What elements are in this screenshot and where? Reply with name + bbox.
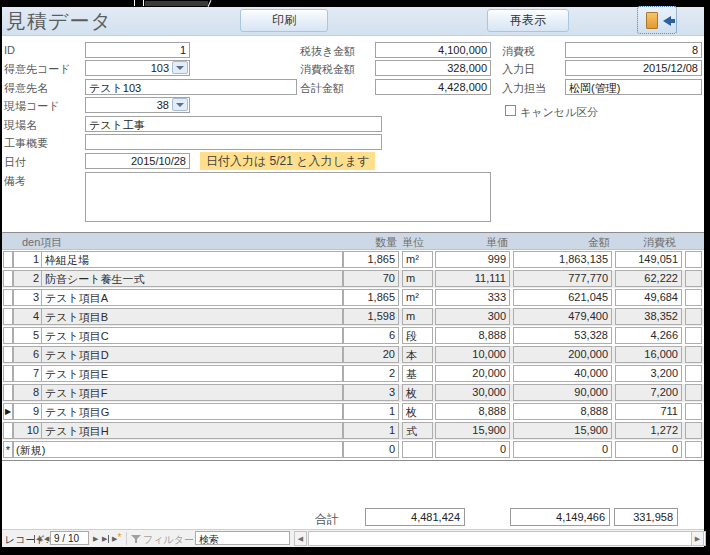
cell-unit[interactable] xyxy=(402,441,433,458)
date-field[interactable]: 2015/10/28 xyxy=(85,153,190,169)
cell-amount[interactable]: 200,000 xyxy=(513,346,612,363)
cell-amount[interactable]: 15,900 xyxy=(513,422,612,439)
cell-item[interactable]: 9テスト項目G xyxy=(13,403,343,420)
cell-qty[interactable]: 1 xyxy=(343,422,399,439)
work-summary-field[interactable] xyxy=(85,134,382,150)
cell-amount[interactable]: 621,045 xyxy=(513,289,612,306)
cell-item[interactable]: 1枠組足場 xyxy=(13,251,343,268)
cell-unit[interactable]: m² xyxy=(402,289,433,306)
cell-amount[interactable]: 0 xyxy=(513,441,612,458)
cell-item[interactable]: 6テスト項目D xyxy=(13,346,343,363)
cell-price[interactable]: 20,000 xyxy=(435,365,510,382)
horizontal-scrollbar-track[interactable] xyxy=(308,531,706,546)
row-selector[interactable] xyxy=(3,308,13,325)
cell-qty[interactable]: 3 xyxy=(343,384,399,401)
previous-record-button[interactable]: ◀ xyxy=(44,533,49,545)
cell-unit[interactable]: 基 xyxy=(402,365,433,382)
print-button[interactable]: 印刷 xyxy=(240,9,328,32)
cell-amount[interactable]: 90,000 xyxy=(513,384,612,401)
cell-qty[interactable]: 1,865 xyxy=(343,251,399,268)
cell-unit[interactable]: 式 xyxy=(402,422,433,439)
next-record-button[interactable]: ▶ xyxy=(93,533,98,545)
cell-item[interactable]: 4テスト項目B xyxy=(13,308,343,325)
row-selector[interactable]: * xyxy=(3,441,13,458)
cell-item[interactable]: 3テスト項目A xyxy=(13,289,343,306)
scroll-left-button[interactable]: ◀ xyxy=(294,531,307,546)
cell-tax[interactable]: 711 xyxy=(615,403,682,420)
cell-price[interactable]: 8,888 xyxy=(435,403,510,420)
tax-amount-field[interactable]: 328,000 xyxy=(375,60,491,76)
cell-unit[interactable]: 枚 xyxy=(402,403,433,420)
cell-item[interactable]: 8テスト項目F xyxy=(13,384,343,401)
id-field[interactable]: 1 xyxy=(85,42,190,58)
new-record-button[interactable]: ▶* xyxy=(112,533,121,545)
cell-qty[interactable]: 1,865 xyxy=(343,289,399,306)
cell-price[interactable]: 300 xyxy=(435,308,510,325)
refresh-button[interactable]: 再表示 xyxy=(487,9,569,32)
cell-unit[interactable]: m xyxy=(402,270,433,287)
last-record-button[interactable]: ▶ xyxy=(102,533,109,545)
cell-price[interactable]: 11,111 xyxy=(435,270,510,287)
cell-amount[interactable]: 53,328 xyxy=(513,327,612,344)
cell-price[interactable]: 10,000 xyxy=(435,346,510,363)
cell-qty[interactable]: 1,598 xyxy=(343,308,399,325)
cell-qty[interactable]: 6 xyxy=(343,327,399,344)
cell-item[interactable]: 10テスト項目H xyxy=(13,422,343,439)
cell-tax[interactable]: 0 xyxy=(615,441,682,458)
cell-amount[interactable]: 479,400 xyxy=(513,308,612,325)
row-selector[interactable] xyxy=(3,346,13,363)
site-name-field[interactable]: テスト工事 xyxy=(85,116,382,132)
tax-excluded-field[interactable]: 4,100,000 xyxy=(375,42,491,58)
cell-tax[interactable]: 62,222 xyxy=(615,270,682,287)
cancel-flag-checkbox[interactable] xyxy=(505,105,516,116)
customer-name-field[interactable]: テスト103 xyxy=(85,79,297,95)
cell-tax[interactable]: 38,352 xyxy=(615,308,682,325)
row-selector[interactable] xyxy=(3,251,13,268)
cell-item[interactable]: 5テスト項目C xyxy=(13,327,343,344)
cell-price[interactable]: 8,888 xyxy=(435,327,510,344)
cell-amount[interactable]: 40,000 xyxy=(513,365,612,382)
cell-price[interactable]: 30,000 xyxy=(435,384,510,401)
cell-unit[interactable]: 段 xyxy=(402,327,433,344)
total-amount-field[interactable]: 4,428,000 xyxy=(375,79,491,95)
first-record-button[interactable]: ◀ xyxy=(34,533,41,545)
cell-tax[interactable]: 149,051 xyxy=(615,251,682,268)
cell-qty[interactable]: 2 xyxy=(343,365,399,382)
cell-tax[interactable]: 16,000 xyxy=(615,346,682,363)
row-selector[interactable] xyxy=(3,384,13,401)
cell-unit[interactable]: m² xyxy=(402,251,433,268)
record-position-box[interactable]: 9 / 10 xyxy=(50,531,89,545)
cell-tax[interactable]: 4,266 xyxy=(615,327,682,344)
cell-unit[interactable]: 枚 xyxy=(402,384,433,401)
customer-code-dropdown-button[interactable] xyxy=(172,61,188,74)
cell-item[interactable]: 2防音シート養生一式 xyxy=(13,270,343,287)
cell-unit[interactable]: m xyxy=(402,308,433,325)
cell-qty[interactable]: 1 xyxy=(343,403,399,420)
cell-tax[interactable]: 49,684 xyxy=(615,289,682,306)
scroll-right-button[interactable]: ▶ xyxy=(691,531,704,546)
input-date-field[interactable]: 2015/12/08 xyxy=(565,60,702,76)
cell-item[interactable]: (新規) xyxy=(13,441,343,458)
cell-tax[interactable]: 3,200 xyxy=(615,365,682,382)
row-selector[interactable]: ▶ xyxy=(3,403,13,420)
cell-amount[interactable]: 8,888 xyxy=(513,403,612,420)
cell-price[interactable]: 0 xyxy=(435,441,510,458)
close-form-button[interactable] xyxy=(637,6,677,34)
cell-item[interactable]: 7テスト項目E xyxy=(13,365,343,382)
cell-price[interactable]: 15,900 xyxy=(435,422,510,439)
row-selector[interactable] xyxy=(3,422,13,439)
cell-unit[interactable]: 本 xyxy=(402,346,433,363)
search-input[interactable]: 検索 xyxy=(195,531,290,545)
input-person-field[interactable]: 松岡(管理) xyxy=(565,79,702,95)
cell-price[interactable]: 333 xyxy=(435,289,510,306)
cell-qty[interactable]: 20 xyxy=(343,346,399,363)
cell-qty[interactable]: 0 xyxy=(343,441,399,458)
row-selector[interactable] xyxy=(3,365,13,382)
cell-amount[interactable]: 777,770 xyxy=(513,270,612,287)
row-selector[interactable] xyxy=(3,327,13,344)
cell-tax[interactable]: 7,200 xyxy=(615,384,682,401)
row-selector[interactable] xyxy=(3,289,13,306)
tax-rate-field[interactable]: 8 xyxy=(565,42,702,58)
cell-amount[interactable]: 1,863,135 xyxy=(513,251,612,268)
site-code-dropdown-button[interactable] xyxy=(172,98,188,111)
